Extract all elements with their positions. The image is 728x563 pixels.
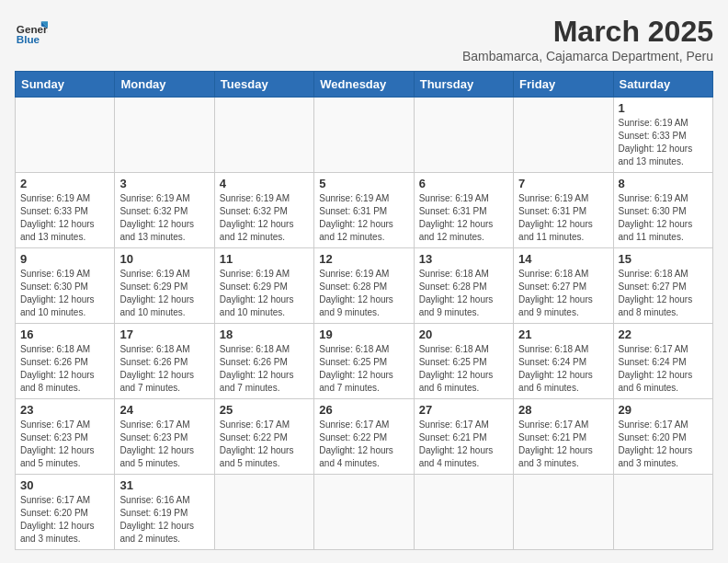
month-title: March 2025 [462, 15, 713, 49]
header-saturday: Saturday [613, 72, 712, 98]
day-number: 1 [619, 101, 708, 115]
day-info: Sunrise: 6:18 AM Sunset: 6:27 PM Dayligh… [619, 268, 708, 319]
logo: General Blue [15, 15, 48, 48]
day-number: 18 [220, 327, 309, 341]
table-row: 10Sunrise: 6:19 AM Sunset: 6:29 PM Dayli… [115, 248, 214, 324]
day-info: Sunrise: 6:19 AM Sunset: 6:29 PM Dayligh… [220, 268, 309, 319]
day-info: Sunrise: 6:19 AM Sunset: 6:31 PM Dayligh… [319, 192, 408, 244]
day-number: 23 [20, 403, 109, 417]
day-number: 31 [119, 478, 209, 492]
day-number: 26 [319, 403, 408, 417]
table-row: 23Sunrise: 6:17 AM Sunset: 6:23 PM Dayli… [16, 399, 115, 475]
day-info: Sunrise: 6:18 AM Sunset: 6:25 PM Dayligh… [419, 343, 508, 395]
day-number: 5 [319, 177, 408, 190]
day-number: 25 [220, 403, 309, 417]
day-info: Sunrise: 6:17 AM Sunset: 6:23 PM Dayligh… [119, 419, 209, 470]
day-number: 13 [419, 252, 508, 266]
table-row: 8Sunrise: 6:19 AM Sunset: 6:30 PM Daylig… [613, 173, 712, 248]
table-row [514, 475, 613, 550]
table-row: 11Sunrise: 6:19 AM Sunset: 6:29 PM Dayli… [214, 248, 313, 324]
day-info: Sunrise: 6:18 AM Sunset: 6:27 PM Dayligh… [518, 268, 608, 319]
day-info: Sunrise: 6:16 AM Sunset: 6:19 PM Dayligh… [119, 494, 209, 546]
svg-text:Blue: Blue [17, 33, 40, 45]
calendar-week-row: 16Sunrise: 6:18 AM Sunset: 6:26 PM Dayli… [16, 324, 713, 399]
day-number: 15 [619, 252, 708, 266]
table-row: 16Sunrise: 6:18 AM Sunset: 6:26 PM Dayli… [16, 324, 115, 399]
table-row: 20Sunrise: 6:18 AM Sunset: 6:25 PM Dayli… [414, 324, 513, 399]
day-number: 19 [319, 327, 408, 341]
table-row: 29Sunrise: 6:17 AM Sunset: 6:20 PM Dayli… [613, 399, 712, 475]
table-row: 30Sunrise: 6:17 AM Sunset: 6:20 PM Dayli… [16, 475, 115, 550]
table-row: 21Sunrise: 6:18 AM Sunset: 6:24 PM Dayli… [514, 324, 613, 399]
day-info: Sunrise: 6:19 AM Sunset: 6:31 PM Dayligh… [419, 192, 508, 244]
day-number: 21 [518, 327, 608, 341]
page-header: General Blue March 2025 Bambamarca, Caja… [15, 15, 713, 63]
day-info: Sunrise: 6:18 AM Sunset: 6:25 PM Dayligh… [319, 343, 408, 395]
location-subtitle: Bambamarca, Cajamarca Department, Peru [462, 49, 713, 63]
day-number: 28 [518, 403, 608, 417]
table-row: 22Sunrise: 6:17 AM Sunset: 6:24 PM Dayli… [613, 324, 712, 399]
day-number: 11 [220, 252, 309, 266]
day-number: 8 [619, 177, 708, 190]
day-number: 24 [119, 403, 209, 417]
calendar-week-row: 9Sunrise: 6:19 AM Sunset: 6:30 PM Daylig… [16, 248, 713, 324]
day-number: 22 [619, 327, 708, 341]
day-number: 3 [119, 177, 209, 190]
day-info: Sunrise: 6:19 AM Sunset: 6:33 PM Dayligh… [20, 192, 109, 244]
day-number: 27 [419, 403, 508, 417]
day-number: 7 [518, 177, 608, 190]
table-row: 3Sunrise: 6:19 AM Sunset: 6:32 PM Daylig… [115, 173, 214, 248]
day-info: Sunrise: 6:19 AM Sunset: 6:30 PM Dayligh… [20, 268, 109, 319]
day-number: 9 [20, 252, 109, 266]
table-row: 14Sunrise: 6:18 AM Sunset: 6:27 PM Dayli… [514, 248, 613, 324]
table-row [214, 475, 313, 550]
day-number: 6 [419, 177, 508, 190]
table-row [414, 98, 513, 173]
header-wednesday: Wednesday [314, 72, 414, 98]
day-info: Sunrise: 6:19 AM Sunset: 6:33 PM Dayligh… [619, 117, 708, 168]
day-info: Sunrise: 6:18 AM Sunset: 6:26 PM Dayligh… [119, 343, 209, 395]
table-row: 12Sunrise: 6:19 AM Sunset: 6:28 PM Dayli… [314, 248, 414, 324]
day-info: Sunrise: 6:19 AM Sunset: 6:32 PM Dayligh… [220, 192, 309, 244]
day-number: 12 [319, 252, 408, 266]
header-thursday: Thursday [414, 72, 513, 98]
table-row [514, 98, 613, 173]
table-row: 4Sunrise: 6:19 AM Sunset: 6:32 PM Daylig… [214, 173, 313, 248]
table-row: 19Sunrise: 6:18 AM Sunset: 6:25 PM Dayli… [314, 324, 414, 399]
calendar-table: Sunday Monday Tuesday Wednesday Thursday… [15, 71, 713, 550]
table-row: 7Sunrise: 6:19 AM Sunset: 6:31 PM Daylig… [514, 173, 613, 248]
table-row: 1Sunrise: 6:19 AM Sunset: 6:33 PM Daylig… [613, 98, 712, 173]
logo-icon: General Blue [15, 15, 48, 48]
day-number: 17 [119, 327, 209, 341]
day-info: Sunrise: 6:17 AM Sunset: 6:23 PM Dayligh… [20, 419, 109, 470]
day-number: 30 [20, 478, 109, 492]
table-row [214, 98, 313, 173]
table-row: 25Sunrise: 6:17 AM Sunset: 6:22 PM Dayli… [214, 399, 313, 475]
day-info: Sunrise: 6:19 AM Sunset: 6:30 PM Dayligh… [619, 192, 708, 244]
table-row: 15Sunrise: 6:18 AM Sunset: 6:27 PM Dayli… [613, 248, 712, 324]
day-info: Sunrise: 6:17 AM Sunset: 6:21 PM Dayligh… [419, 419, 508, 470]
day-number: 16 [20, 327, 109, 341]
day-info: Sunrise: 6:18 AM Sunset: 6:26 PM Dayligh… [220, 343, 309, 395]
day-info: Sunrise: 6:19 AM Sunset: 6:31 PM Dayligh… [518, 192, 608, 244]
day-number: 20 [419, 327, 508, 341]
table-row: 26Sunrise: 6:17 AM Sunset: 6:22 PM Dayli… [314, 399, 414, 475]
calendar-week-row: 1Sunrise: 6:19 AM Sunset: 6:33 PM Daylig… [16, 98, 713, 173]
table-row: 17Sunrise: 6:18 AM Sunset: 6:26 PM Dayli… [115, 324, 214, 399]
table-row: 28Sunrise: 6:17 AM Sunset: 6:21 PM Dayli… [514, 399, 613, 475]
table-row [414, 475, 513, 550]
calendar-week-row: 30Sunrise: 6:17 AM Sunset: 6:20 PM Dayli… [16, 475, 713, 550]
header-tuesday: Tuesday [214, 72, 313, 98]
table-row: 31Sunrise: 6:16 AM Sunset: 6:19 PM Dayli… [115, 475, 214, 550]
day-info: Sunrise: 6:19 AM Sunset: 6:28 PM Dayligh… [319, 268, 408, 319]
table-row [613, 475, 712, 550]
table-row: 18Sunrise: 6:18 AM Sunset: 6:26 PM Dayli… [214, 324, 313, 399]
day-info: Sunrise: 6:19 AM Sunset: 6:32 PM Dayligh… [119, 192, 209, 244]
table-row: 27Sunrise: 6:17 AM Sunset: 6:21 PM Dayli… [414, 399, 513, 475]
day-info: Sunrise: 6:18 AM Sunset: 6:24 PM Dayligh… [518, 343, 608, 395]
day-info: Sunrise: 6:19 AM Sunset: 6:29 PM Dayligh… [119, 268, 209, 319]
header-friday: Friday [514, 72, 613, 98]
day-info: Sunrise: 6:17 AM Sunset: 6:20 PM Dayligh… [20, 494, 109, 546]
day-number: 29 [619, 403, 708, 417]
table-row: 5Sunrise: 6:19 AM Sunset: 6:31 PM Daylig… [314, 173, 414, 248]
